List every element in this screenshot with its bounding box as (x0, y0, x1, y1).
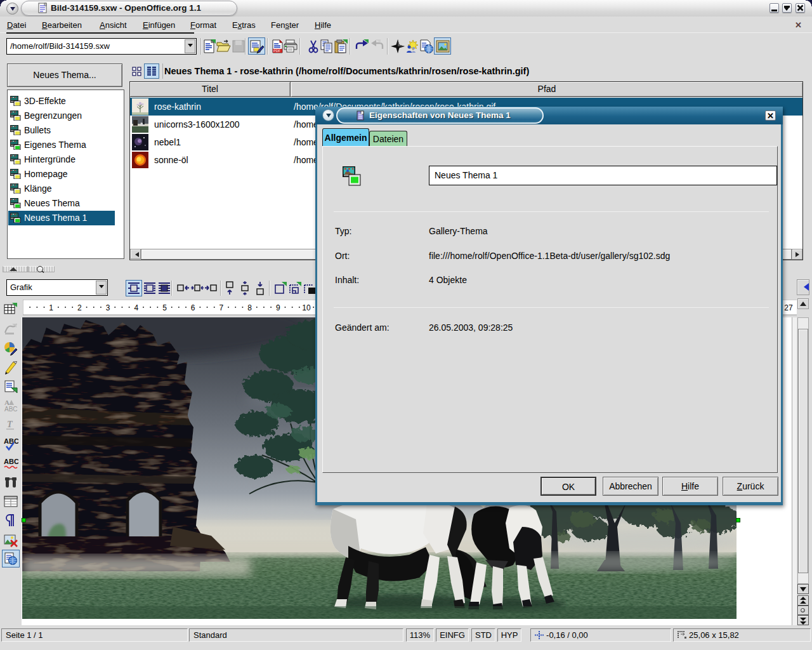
svg-text:ABC: ABC (4, 437, 18, 445)
svg-text:2: 2 (77, 303, 82, 312)
svg-text:7: 7 (219, 303, 224, 312)
svg-text:27: 27 (784, 303, 793, 312)
svg-text:6: 6 (191, 303, 195, 312)
svg-text:3: 3 (106, 303, 110, 312)
svg-text:1: 1 (49, 303, 53, 312)
svg-text:PDF: PDF (273, 49, 281, 53)
svg-text:5: 5 (162, 303, 167, 312)
svg-text:4: 4 (134, 303, 138, 312)
svg-text:T: T (7, 420, 13, 429)
svg-text:10: 10 (302, 303, 311, 312)
svg-text:8: 8 (247, 303, 252, 312)
svg-text:ABC: ABC (4, 458, 18, 465)
svg-text:9: 9 (276, 303, 280, 312)
svg-text:ABC: ABC (4, 406, 18, 413)
